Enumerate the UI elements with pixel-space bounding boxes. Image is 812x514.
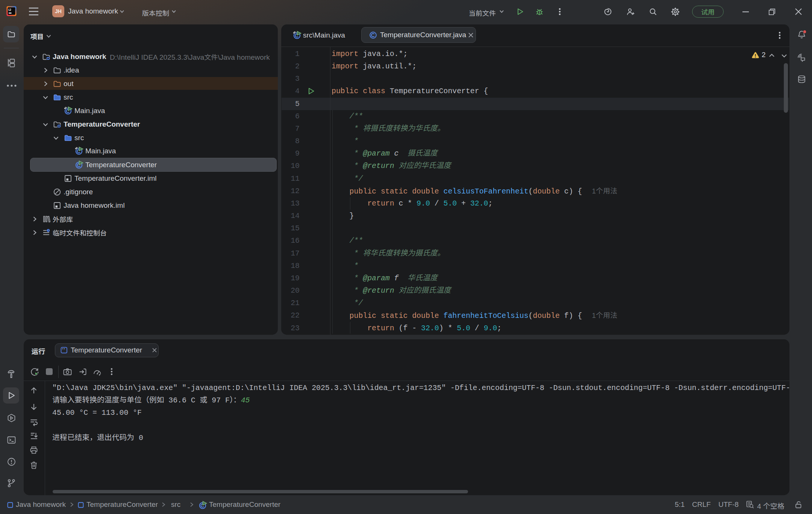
svg-text:IJ: IJ [9, 8, 11, 12]
